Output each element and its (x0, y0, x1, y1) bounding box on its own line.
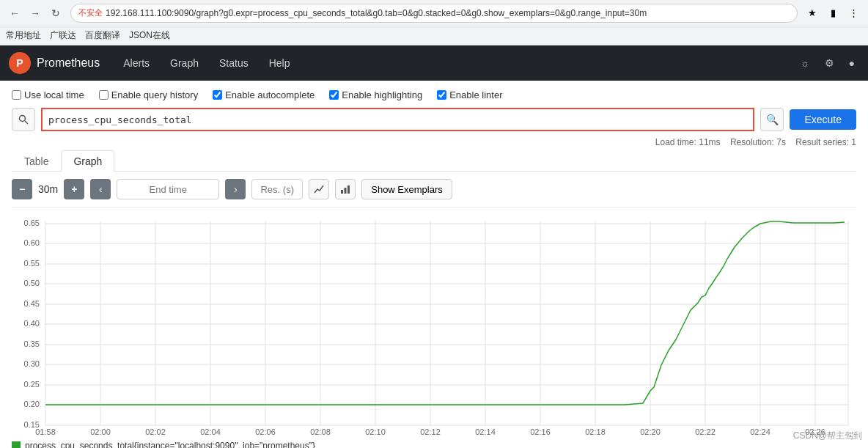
svg-text:02:14: 02:14 (475, 427, 496, 435)
svg-text:02:24: 02:24 (750, 427, 770, 435)
search-icon (18, 114, 29, 125)
nav-alerts[interactable]: Alerts (114, 53, 158, 73)
svg-text:02:10: 02:10 (365, 427, 386, 435)
enable-autocomplete-option[interactable]: Enable autocomplete (213, 89, 315, 100)
nav-next-button[interactable]: › (225, 179, 246, 199)
bar-chart-icon (340, 184, 350, 194)
nav-links: Alerts Graph Status Help (114, 53, 298, 73)
svg-text:02:18: 02:18 (585, 427, 606, 435)
svg-text:02:08: 02:08 (310, 427, 331, 435)
star-button[interactable]: ★ (803, 4, 821, 22)
enable-highlighting-option[interactable]: Enable highlighting (329, 89, 422, 100)
address-bar[interactable]: 不安全 192.168.111.100:9090/graph?g0.expr=p… (70, 4, 798, 23)
svg-text:0.30: 0.30 (24, 359, 40, 368)
enable-autocomplete-label: Enable autocomplete (225, 89, 315, 100)
time-range-label: 30m (38, 183, 58, 195)
prometheus-logo: P Prometheus (9, 52, 100, 74)
watermark: CSDN@帮主驾到 (793, 430, 862, 442)
use-local-time-label: Use local time (24, 89, 84, 100)
enable-query-history-checkbox[interactable] (99, 90, 108, 100)
nav-help[interactable]: Help (260, 53, 299, 73)
chart-legend: process_cpu_seconds_total{instance="loca… (12, 441, 856, 448)
nav-status[interactable]: Status (210, 53, 257, 73)
svg-text:0.45: 0.45 (24, 299, 40, 308)
svg-text:02:12: 02:12 (420, 427, 441, 435)
bar-chart-button[interactable] (335, 179, 356, 199)
resolution: Resolution: 7s (730, 137, 786, 147)
chart-area: 0.65 0.60 0.55 0.50 0.45 0.40 0.35 0.30 … (12, 208, 856, 448)
theme-icon[interactable]: ☼ (796, 54, 814, 72)
options-row: Use local time Enable query history Enab… (12, 89, 856, 100)
bookmark-2[interactable]: 广联达 (50, 29, 76, 42)
increase-range-button[interactable]: + (64, 179, 84, 199)
browser-chrome: ← → ↻ 不安全 192.168.111.100:9090/graph?g0.… (0, 0, 868, 26)
svg-text:0.65: 0.65 (24, 219, 40, 227)
end-time-input[interactable] (117, 179, 219, 199)
prometheus-icon: P (9, 52, 31, 74)
show-exemplars-button[interactable]: Show Exemplars (361, 179, 452, 199)
svg-text:0.55: 0.55 (24, 259, 40, 268)
enable-linter-option[interactable]: Enable linter (437, 89, 502, 100)
tab-graph[interactable]: Graph (61, 150, 114, 172)
bookmark-1[interactable]: 常用地址 (6, 29, 41, 42)
nav-prev-button[interactable]: ‹ (90, 179, 111, 199)
svg-text:02:00: 02:00 (90, 427, 111, 435)
tabs-row: Table Graph (12, 150, 856, 172)
nav-right-icons: ☼ ⚙ ● (796, 54, 859, 72)
bookmark-3[interactable]: 百度翻译 (85, 29, 120, 42)
svg-text:0.35: 0.35 (24, 339, 40, 348)
svg-text:0.25: 0.25 (24, 380, 40, 389)
resolution-input[interactable] (251, 179, 303, 199)
enable-linter-label: Enable linter (449, 89, 502, 100)
decrease-range-button[interactable]: − (12, 179, 32, 199)
svg-line-1 (25, 121, 28, 124)
use-local-time-option[interactable]: Use local time (12, 89, 84, 100)
back-button[interactable]: ← (6, 4, 23, 22)
line-chart-button[interactable] (309, 179, 329, 199)
reload-button[interactable]: ↻ (47, 4, 65, 22)
enable-query-history-label: Enable query history (111, 89, 199, 100)
legend-label: process_cpu_seconds_total{instance="loca… (25, 441, 315, 448)
enable-autocomplete-checkbox[interactable] (213, 90, 222, 100)
svg-point-0 (20, 116, 26, 122)
result-series: Result series: 1 (795, 137, 856, 147)
svg-text:0.50: 0.50 (24, 279, 40, 287)
svg-rect-4 (347, 186, 350, 194)
graph-controls: − 30m + ‹ › Show Exemplars (12, 172, 856, 208)
prometheus-title: Prometheus (37, 56, 100, 70)
svg-text:02:22: 02:22 (695, 427, 716, 435)
url-text: 192.168.111.100:9090/graph?g0.expr=proce… (106, 8, 647, 18)
dark-mode-icon[interactable]: ● (845, 54, 859, 72)
svg-rect-2 (341, 190, 343, 194)
search-row: 🔍 Execute (12, 108, 856, 131)
forward-button[interactable]: → (26, 4, 44, 22)
svg-text:0.20: 0.20 (24, 400, 40, 408)
enable-query-history-option[interactable]: Enable query history (99, 89, 199, 100)
nav-graph[interactable]: Graph (161, 53, 207, 73)
svg-text:02:16: 02:16 (530, 427, 551, 435)
line-chart-icon (314, 184, 324, 194)
main-content: Use local time Enable query history Enab… (0, 81, 868, 448)
svg-text:0.40: 0.40 (24, 319, 40, 328)
search-icon-button[interactable] (12, 108, 35, 131)
security-warning: 不安全 (78, 7, 103, 18)
bookmark-4[interactable]: JSON在线 (129, 29, 170, 42)
browser-actions: ★ ▮ ⋮ (803, 4, 862, 22)
legend-color-swatch (12, 441, 21, 448)
enable-linter-checkbox[interactable] (437, 90, 446, 100)
enable-highlighting-checkbox[interactable] (329, 90, 339, 100)
nav-buttons: ← → ↻ (6, 4, 65, 22)
settings-icon[interactable]: ⚙ (820, 54, 839, 72)
execute-button[interactable]: Execute (790, 109, 856, 130)
svg-text:02:02: 02:02 (145, 427, 166, 435)
load-time-row: Load time: 11ms Resolution: 7s Result se… (12, 137, 856, 147)
autocomplete-icon-button[interactable]: 🔍 (760, 108, 784, 131)
prometheus-navbar: P Prometheus Alerts Graph Status Help ☼ … (0, 45, 868, 81)
menu-button[interactable]: ⋮ (845, 4, 862, 22)
use-local-time-checkbox[interactable] (12, 90, 21, 100)
tab-table[interactable]: Table (12, 150, 61, 172)
bookmarks-bar: 常用地址 广联达 百度翻译 JSON在线 (0, 26, 868, 45)
svg-text:0.60: 0.60 (24, 238, 40, 247)
extensions-button[interactable]: ▮ (824, 4, 842, 22)
query-input[interactable] (41, 108, 754, 131)
